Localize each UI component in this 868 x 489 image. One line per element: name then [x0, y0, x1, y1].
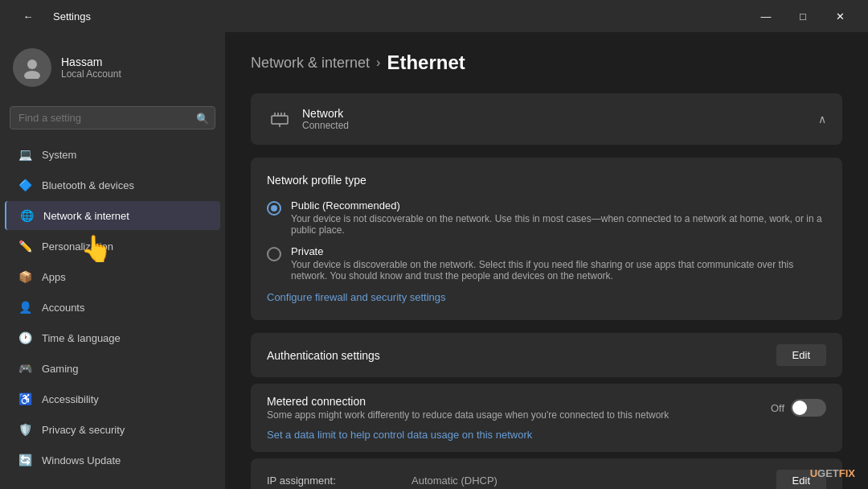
firewall-link[interactable]: Configure firewall and security settings — [267, 291, 446, 303]
sidebar-item-label-accounts: Accounts — [42, 302, 84, 314]
metered-connection-row: Metered connection Some apps might work … — [251, 384, 842, 452]
accessibility-icon: ♿ — [18, 392, 32, 406]
auth-settings-row: Authentication settings Edit — [251, 333, 842, 377]
auth-edit-button[interactable]: Edit — [776, 344, 826, 366]
toggle-label: Off — [771, 402, 784, 414]
chevron-up-icon: ∧ — [818, 113, 826, 125]
network-card-header[interactable]: Network Connected ∧ — [251, 93, 842, 145]
sidebar-item-privacy[interactable]: 🛡️ Privacy & security — [5, 415, 220, 444]
sidebar: Hassam Local Account 🔍 💻 System 🔷 Blueto… — [0, 32, 225, 489]
sidebar-item-label-time: Time & language — [42, 332, 121, 344]
network-card: Network Connected ∧ — [251, 93, 842, 145]
sidebar-item-label-apps: Apps — [42, 271, 66, 283]
search-box: 🔍 — [10, 106, 215, 129]
public-desc: Your device is not discoverable on the n… — [291, 213, 826, 236]
network-status: Connected — [302, 120, 349, 131]
sidebar-item-label-privacy: Privacy & security — [42, 424, 125, 436]
sidebar-item-personalization[interactable]: ✏️ Personalization — [5, 232, 220, 261]
sidebar-item-time[interactable]: 🕐 Time & language — [5, 323, 220, 352]
settings-window: ← Settings — □ ✕ Hassam Local Account — [0, 0, 868, 489]
watermark: UGETFIX — [810, 467, 855, 479]
user-profile: Hassam Local Account — [0, 32, 225, 103]
svg-rect-2 — [272, 116, 288, 124]
minimize-button[interactable]: — — [747, 3, 784, 29]
metered-label: Metered connection — [267, 395, 669, 408]
window-title: Settings — [53, 10, 91, 23]
close-button[interactable]: ✕ — [821, 3, 858, 29]
private-label: Private — [291, 245, 826, 257]
search-icon: 🔍 — [196, 112, 209, 124]
window-controls: — □ ✕ — [747, 3, 858, 29]
sidebar-item-label-update: Windows Update — [42, 454, 121, 466]
sidebar-item-apps[interactable]: 📦 Apps — [5, 262, 220, 291]
network-card-info: Network Connected — [302, 107, 349, 131]
main-content: Network & internet › Ethernet — [225, 32, 868, 489]
title-bar: ← Settings — □ ✕ — [0, 0, 868, 32]
network-profile-section: Network profile type Public (Recommended… — [251, 158, 842, 320]
network-card-header-left: Network Connected — [267, 106, 349, 132]
radio-public[interactable] — [267, 201, 281, 216]
ip-assignment-label: IP assignment: — [267, 475, 411, 487]
ethernet-icon — [267, 106, 293, 132]
private-desc: Your device is discoverable on the netwo… — [291, 259, 826, 281]
radio-option-public[interactable]: Public (Recommended) Your device is not … — [267, 199, 826, 236]
network-icon: 🌐 — [19, 208, 34, 223]
sidebar-item-network[interactable]: 🌐 Network & internet — [5, 201, 220, 230]
radio-private[interactable] — [267, 247, 281, 261]
gaming-icon: 🎮 — [18, 361, 32, 376]
sidebar-item-system[interactable]: 💻 System — [5, 140, 220, 169]
sidebar-item-label-accessibility: Accessibility — [42, 393, 99, 405]
sidebar-item-bluetooth[interactable]: 🔷 Bluetooth & devices — [5, 171, 220, 199]
network-name: Network — [302, 107, 349, 120]
auth-label: Authentication settings — [267, 349, 380, 362]
privacy-icon: 🛡️ — [18, 422, 32, 437]
data-limit-link[interactable]: Set a data limit to help control data us… — [267, 429, 532, 441]
svg-point-1 — [24, 71, 40, 79]
avatar — [13, 48, 51, 87]
breadcrumb: Network & internet › Ethernet — [251, 51, 842, 74]
update-icon: 🔄 — [18, 453, 32, 467]
content-area: Hassam Local Account 🔍 💻 System 🔷 Blueto… — [0, 32, 868, 489]
sidebar-item-update[interactable]: 🔄 Windows Update — [5, 446, 220, 475]
radio-option-private[interactable]: Private Your device is discoverable on t… — [267, 245, 826, 281]
radio-private-content: Private Your device is discoverable on t… — [291, 245, 826, 281]
ip-assignment-row: IP assignment: Automatic (DHCP) Edit — [251, 458, 842, 489]
sidebar-item-gaming[interactable]: 🎮 Gaming — [5, 354, 220, 383]
profile-radio-group: Public (Recommended) Your device is not … — [267, 199, 826, 281]
breadcrumb-parent: Network & internet — [251, 55, 370, 72]
svg-point-0 — [27, 60, 37, 69]
user-name: Hassam — [61, 55, 121, 68]
metered-info: Metered connection Some apps might work … — [267, 395, 669, 421]
user-account-type: Local Account — [61, 68, 121, 80]
accounts-icon: 👤 — [18, 300, 32, 314]
ip-section: IP assignment: Automatic (DHCP) Edit DNS… — [251, 458, 842, 489]
search-input[interactable] — [10, 106, 215, 129]
radio-public-content: Public (Recommended) Your device is not … — [291, 199, 826, 236]
ip-assignment-value: Automatic (DHCP) — [411, 475, 776, 487]
personalization-icon: ✏️ — [18, 239, 32, 253]
apps-icon: 📦 — [18, 269, 32, 284]
time-icon: 🕐 — [18, 331, 32, 345]
metered-sublabel: Some apps might work differently to redu… — [267, 409, 669, 421]
breadcrumb-current: Ethernet — [387, 51, 465, 74]
user-info: Hassam Local Account — [61, 55, 121, 80]
sidebar-item-label-personalization: Personalization — [42, 240, 113, 253]
sidebar-item-label-system: System — [42, 149, 76, 161]
public-label: Public (Recommended) — [291, 199, 826, 212]
sidebar-item-accounts[interactable]: 👤 Accounts — [5, 293, 220, 322]
network-profile-title: Network profile type — [267, 174, 826, 187]
system-icon: 💻 — [18, 147, 32, 162]
sidebar-item-label-bluetooth: Bluetooth & devices — [42, 179, 134, 191]
sidebar-item-accessibility[interactable]: ♿ Accessibility — [5, 384, 220, 413]
bluetooth-icon: 🔷 — [18, 178, 32, 192]
back-button[interactable]: ← — [10, 3, 47, 29]
sidebar-item-label-network: Network & internet — [43, 210, 129, 222]
title-bar-left: ← Settings — [10, 3, 91, 29]
maximize-button[interactable]: □ — [784, 3, 821, 29]
toggle-container: Off — [771, 399, 826, 417]
metered-toggle[interactable] — [791, 399, 826, 417]
breadcrumb-separator: › — [376, 55, 380, 70]
sidebar-item-label-gaming: Gaming — [42, 363, 79, 375]
